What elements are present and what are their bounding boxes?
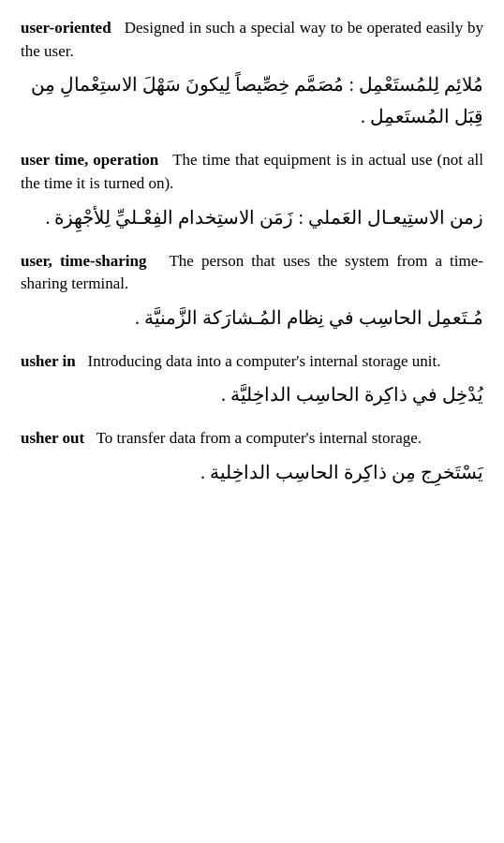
arabic-user-time-sharing: مُـتَعمِل الحاسِب في نِظام المُـشارَكة ا…: [21, 302, 483, 333]
arabic-user-time-operation: زمن الاستِيعـال العَملي : زَمَن الاستِخد…: [21, 201, 483, 233]
entry-usher-in: usher in Introducing data into a compute…: [21, 350, 483, 411]
entry-usher-in-text: usher in Introducing data into a compute…: [21, 350, 483, 374]
keyword-user-oriented: user-oriented: [21, 19, 111, 37]
keyword-user-time-sharing: user, time-sharing: [21, 252, 146, 270]
arabic-usher-in: يُدْخِل في ذاكِرة الحاسِب الداخِليَّة .: [21, 378, 483, 410]
definition-usher-out: To transfer data from a computer's inter…: [96, 429, 422, 447]
entry-user-time-sharing: user, time-sharing The person that uses …: [21, 250, 483, 333]
entry-usher-out: usher out To transfer data from a comput…: [21, 427, 483, 488]
entry-user-oriented: user-oriented Designed in such a special…: [21, 17, 483, 132]
entry-usher-out-text: usher out To transfer data from a comput…: [21, 427, 483, 451]
arabic-usher-out: يَسْتَخرِج مِن ذاكِرة الحاسِب الداخِلية …: [21, 456, 483, 488]
entry-user-time-operation: user time, operation The time that equip…: [21, 149, 483, 232]
entry-user-oriented-text: user-oriented Designed in such a special…: [21, 17, 483, 63]
entry-user-time-sharing-text: user, time-sharing The person that uses …: [21, 250, 483, 296]
keyword-user-time-operation: user time, operation: [21, 151, 158, 169]
entry-user-time-operation-text: user time, operation The time that equip…: [21, 149, 483, 195]
dictionary-page: user-oriented Designed in such a special…: [21, 17, 483, 488]
keyword-usher-in: usher in: [21, 352, 76, 370]
definition-usher-in: Introducing data into a computer's inter…: [88, 352, 441, 370]
keyword-usher-out: usher out: [21, 429, 84, 447]
arabic-user-oriented: مُلائِم لِلمُستَعْمِل : مُصَمَّم خِصِّيص…: [21, 68, 483, 132]
